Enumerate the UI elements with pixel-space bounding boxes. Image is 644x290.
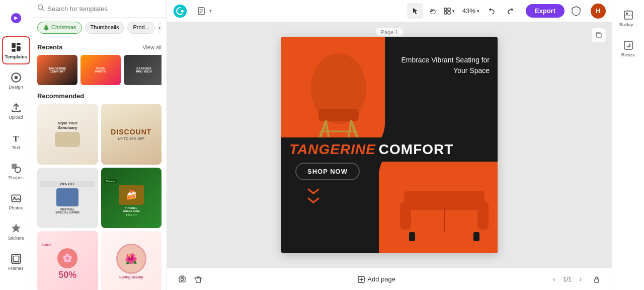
recent-thumb-2[interactable]: PIZZAPARTY! [80,55,121,85]
prev-page-button[interactable]: ‹ [548,273,560,285]
recent-thumb-3[interactable]: EARPODSPRO TECH [124,55,162,85]
template-card-floral[interactable]: 🌺 Spring Beauty [101,231,162,290]
doc-chevron-icon: ▾ [209,8,212,14]
svg-rect-40 [473,232,479,241]
canvas-title-band: TANGERINE COMFORT [281,137,498,162]
filter-chip-prod[interactable]: Prod... [127,22,154,34]
chevrons-icon [306,188,320,205]
template-card-festival[interactable]: 20% OFF FESTIVALSPECIAL OFFER [37,168,98,229]
hand-tool-button[interactable] [424,3,440,19]
sidebar-item-design[interactable]: Design [2,66,30,95]
sidebar-item-shapes[interactable]: Shapes [2,157,30,185]
right-sidebar: Backgr... Resize [612,0,644,290]
sidebar-item-shapes-label: Shapes [8,175,24,180]
recommended-title: Recommended [37,92,84,100]
sidebar-item-templates-label: Templates [5,54,27,59]
template-card-discount[interactable]: DISCOUNT UP TO 20% OFF [101,104,162,165]
trash-button[interactable] [191,272,205,286]
svg-rect-2 [17,43,21,45]
svg-point-6 [14,76,18,79]
design-canvas: Embrace Vibrant Seating for Your Space T… [281,37,498,253]
doc-icon [197,7,205,15]
sidebar-item-design-label: Design [9,85,23,90]
shield-icon[interactable] [569,4,584,19]
canvas-right-text: Embrace Vibrant Seating for Your Space [394,55,490,76]
search-input[interactable] [47,5,162,13]
cursor-tool-button[interactable] [407,3,423,19]
search-icon [37,4,44,13]
filter-chip-christmas[interactable]: 🎄 Christmas [37,22,82,34]
redo-button[interactable] [502,3,518,19]
sofa-illustration [399,181,490,246]
svg-rect-26 [597,33,601,38]
sidebar-item-stickers[interactable]: Stickers [2,218,30,246]
template-card-inner-3: 20% OFF FESTIVALSPECIAL OFFER [37,168,98,229]
sidebar-item-templates[interactable]: Templates [2,36,30,64]
zoom-chevron-icon: ▾ [477,9,479,14]
right-panel-background-label: Backgr... [619,22,637,27]
doc-title-wrap[interactable]: ▾ [194,5,215,17]
sidebar-item-text[interactable]: T Text [2,127,30,155]
design-title-white: COMFORT [379,141,454,158]
recommended-section-header: Recommended [37,92,162,100]
svg-rect-9 [12,164,17,169]
panel-content: Recents View all TANGERINECOMFORT PIZZAP… [32,38,167,290]
templates-panel: 🎄 Christmas Thumbnails Prod... › Recents… [32,0,167,290]
sidebar-item-photos-label: Photos [9,205,23,210]
filter-chips-next[interactable]: › [158,22,162,34]
filter-chip-thumbnails[interactable]: Thumbnails [85,22,125,34]
search-bar [32,0,167,18]
recent-thumb-inner-2: PIZZAPARTY! [80,55,121,85]
recent-thumb-1[interactable]: TANGERINECOMFORT [37,55,77,85]
svg-rect-22 [444,8,447,11]
view-options-button[interactable]: ▾ [441,3,457,19]
recent-thumb-inner-3: EARPODSPRO TECH [124,55,162,85]
undo-button[interactable] [485,3,501,19]
svg-rect-3 [17,46,21,51]
sidebar-item-frames[interactable]: Frames [2,248,30,276]
export-button[interactable]: Export [526,4,565,18]
sidebar-item-photos[interactable]: Photos [2,187,30,215]
svg-rect-37 [477,202,489,230]
template-card-tiramisu[interactable]: Canva 🍰 Tiramisusumus cake 15% off [101,168,162,229]
main-area: ▾ [167,0,612,290]
template-card-inner-6: 🌺 Spring Beauty [101,231,162,290]
recents-section-header: Recents View all [37,43,162,51]
filter-chips: 🎄 Christmas Thumbnails Prod... › [32,18,167,38]
recents-title: Recents [37,43,63,51]
svg-point-43 [181,278,184,280]
add-page-label: Add page [367,275,395,283]
svg-rect-1 [12,43,16,48]
canva-logo-icon[interactable] [173,4,187,18]
template-card-50off[interactable]: Canva 🌸 50% [37,231,98,290]
zoom-control[interactable]: 43% ▾ [458,5,484,17]
svg-rect-4 [12,49,16,52]
right-panel-background[interactable]: Backgr... [614,4,642,32]
sidebar-item-upload-label: Upload [9,115,23,120]
svg-point-16 [174,4,187,17]
app-logo[interactable] [2,4,30,32]
svg-rect-13 [13,256,19,261]
page-nav: ‹ 1/1 › [548,272,604,286]
template-card-sanctuary[interactable]: Style YourSanctuary [37,104,98,165]
toolbar-icons: ▾ 43% ▾ [407,3,518,19]
sidebar-item-upload[interactable]: Upload [2,97,30,125]
template-card-inner-2: DISCOUNT UP TO 20% OFF [101,104,162,165]
snapshot-button[interactable] [175,272,189,286]
svg-point-17 [181,10,184,12]
lock-button[interactable] [590,272,604,286]
recents-view-all[interactable]: View all [142,44,162,50]
next-page-button[interactable]: › [575,273,587,285]
svg-line-15 [42,9,44,11]
shop-now-button[interactable]: SHOP NOW [295,163,360,180]
svg-rect-36 [400,202,411,230]
avatar[interactable]: H [591,4,606,19]
canvas-copy-icon[interactable] [592,28,606,42]
top-bar: ▾ [167,0,612,22]
add-page-button[interactable]: Add page [353,273,400,285]
bottom-bar: Add page ‹ 1/1 › [167,268,612,290]
recent-thumb-inner-1: TANGERINECOMFORT [37,55,77,85]
svg-rect-48 [595,279,599,282]
right-panel-resize[interactable]: Resize [614,34,642,62]
zoom-level: 43% [462,7,475,15]
